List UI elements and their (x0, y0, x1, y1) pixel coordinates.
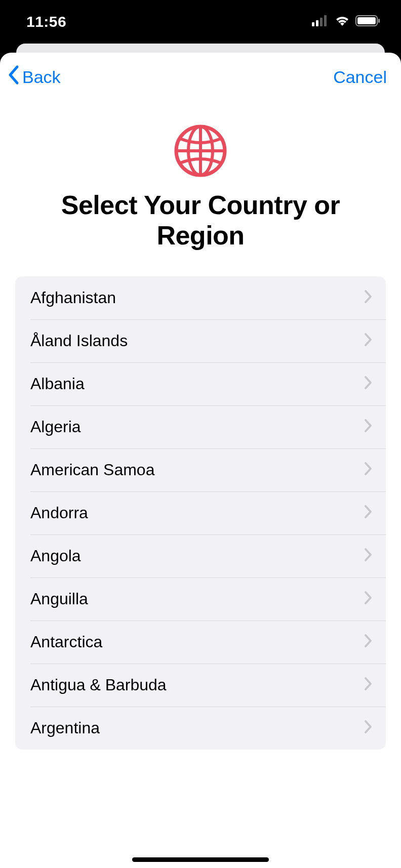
list-item[interactable]: Angola (15, 534, 386, 577)
svg-rect-0 (312, 22, 314, 26)
globe-icon (173, 123, 228, 180)
chevron-right-icon (364, 289, 373, 306)
battery-icon (355, 15, 381, 29)
list-item[interactable]: Andorra (15, 491, 386, 534)
chevron-right-icon (364, 547, 373, 564)
chevron-right-icon (364, 719, 373, 736)
chevron-right-icon (364, 590, 373, 607)
svg-rect-1 (316, 20, 318, 26)
country-label: American Samoa (30, 461, 154, 479)
country-label: Argentina (30, 719, 100, 737)
list-item[interactable]: American Samoa (15, 448, 386, 491)
svg-rect-2 (320, 18, 323, 26)
svg-rect-5 (357, 17, 376, 24)
hero: Select Your Country or Region (0, 101, 401, 251)
chevron-right-icon (364, 504, 373, 521)
back-button[interactable]: Back (7, 65, 61, 89)
country-label: Angola (30, 547, 81, 565)
status-indicators (312, 15, 381, 29)
chevron-right-icon (364, 332, 373, 349)
country-label: Afghanistan (30, 288, 116, 307)
nav-bar: Back Cancel (0, 53, 401, 101)
list-item[interactable]: Anguilla (15, 577, 386, 621)
home-indicator[interactable] (132, 857, 269, 862)
cellular-icon (312, 15, 329, 28)
chevron-left-icon (7, 65, 22, 89)
chevron-right-icon (364, 633, 373, 650)
svg-rect-6 (378, 19, 380, 23)
list-item[interactable]: Antigua & Barbuda (15, 664, 386, 707)
back-label: Back (22, 67, 61, 87)
country-label: Antigua & Barbuda (30, 676, 167, 694)
page-title: Select Your Country or Region (0, 190, 401, 251)
list-item[interactable]: Algeria (15, 405, 386, 448)
country-label: Antarctica (30, 633, 102, 651)
list-item[interactable]: Antarctica (15, 621, 386, 664)
svg-rect-3 (324, 15, 327, 26)
country-list: AfghanistanÅland IslandsAlbaniaAlgeriaAm… (15, 276, 386, 750)
wifi-icon (334, 15, 350, 29)
chevron-right-icon (364, 461, 373, 478)
list-item[interactable]: Åland Islands (15, 319, 386, 362)
country-label: Anguilla (30, 590, 88, 608)
cancel-button[interactable]: Cancel (333, 67, 387, 87)
status-time: 11:56 (26, 13, 66, 30)
country-label: Andorra (30, 504, 88, 522)
country-label: Åland Islands (30, 332, 128, 350)
list-item[interactable]: Afghanistan (15, 276, 386, 319)
list-item[interactable]: Albania (15, 362, 386, 405)
country-label: Algeria (30, 418, 81, 436)
country-label: Albania (30, 375, 85, 393)
chevron-right-icon (364, 375, 373, 392)
modal-sheet: Back Cancel Select Your Country or Regio… (0, 53, 401, 868)
chevron-right-icon (364, 676, 373, 693)
chevron-right-icon (364, 418, 373, 435)
status-bar: 11:56 (0, 0, 401, 44)
list-item[interactable]: Argentina (15, 707, 386, 750)
